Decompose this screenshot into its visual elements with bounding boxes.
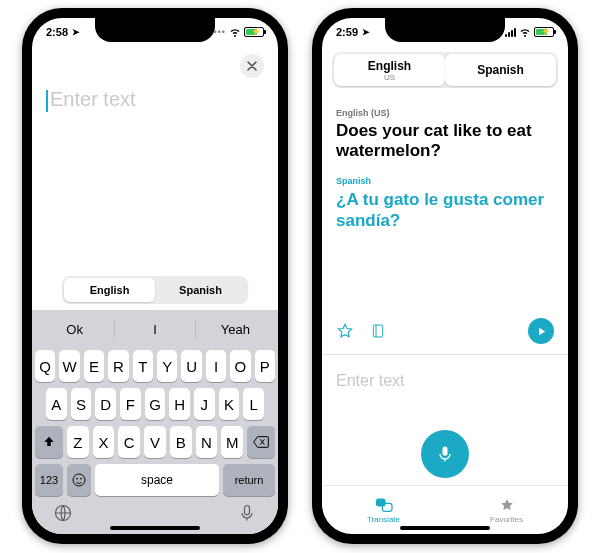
key-emoji[interactable] (67, 464, 91, 496)
tab-favorites-label: Favorites (490, 515, 523, 524)
key-d[interactable]: D (95, 388, 116, 420)
key-q[interactable]: Q (35, 350, 55, 382)
key-i[interactable]: I (206, 350, 226, 382)
play-audio-button[interactable] (528, 318, 554, 344)
emoji-icon (71, 472, 87, 488)
segment-target-label: Spanish (179, 284, 222, 296)
key-u[interactable]: U (181, 350, 201, 382)
key-l[interactable]: L (243, 388, 264, 420)
home-indicator[interactable] (110, 526, 200, 530)
key-space[interactable]: space (95, 464, 219, 496)
suggestion-2[interactable]: Yeah (196, 314, 275, 344)
key-c[interactable]: C (118, 426, 140, 458)
key-t[interactable]: T (133, 350, 153, 382)
status-time-group: 2:59 ➤ (336, 26, 370, 38)
source-text[interactable]: Does your cat like to eat watermelon? (336, 121, 554, 162)
svg-rect-7 (376, 498, 386, 506)
segment-target-label: Spanish (477, 63, 524, 77)
text-caret (46, 90, 48, 112)
target-lang-label: Spanish (336, 176, 554, 186)
svg-point-0 (73, 474, 85, 486)
battery-icon: ⚡ (244, 27, 264, 37)
battery-icon: ⚡ (534, 27, 554, 37)
close-button[interactable] (240, 54, 264, 78)
dictionary-icon[interactable] (370, 322, 386, 340)
input-placeholder[interactable]: Enter text (336, 372, 404, 390)
keyboard-footer (35, 496, 275, 530)
status-indicators: ••• ⚡ (214, 26, 264, 38)
key-y[interactable]: Y (157, 350, 177, 382)
phone-right: 2:59 ➤ ⚡ English US Spanish English (US)… (312, 8, 578, 544)
wifi-icon (229, 26, 241, 38)
segment-source[interactable]: English (64, 278, 155, 302)
key-row-1: Q W E R T Y U I O P (35, 350, 275, 382)
key-shift[interactable] (35, 426, 63, 458)
translate-icon (374, 497, 394, 513)
action-left-group (336, 322, 386, 340)
location-icon: ➤ (362, 27, 370, 37)
segment-source-label: English (368, 59, 411, 73)
key-123[interactable]: 123 (35, 464, 63, 496)
status-bar: 2:59 ➤ ⚡ (322, 18, 568, 46)
key-j[interactable]: J (194, 388, 215, 420)
shift-icon (42, 435, 56, 449)
key-w[interactable]: W (59, 350, 79, 382)
status-time: 2:59 (336, 26, 358, 38)
language-segment[interactable]: English US Spanish (332, 52, 558, 88)
tab-translate-label: Translate (367, 515, 400, 524)
key-r[interactable]: R (108, 350, 128, 382)
key-a[interactable]: A (46, 388, 67, 420)
phone-left: 2:58 ➤ ••• ⚡ Enter text English Spanish … (22, 8, 288, 544)
mic-button[interactable] (421, 430, 469, 478)
key-h[interactable]: H (169, 388, 190, 420)
source-lang-label: English (US) (336, 108, 554, 118)
text-input[interactable]: Enter text (46, 88, 264, 112)
segment-target[interactable]: Spanish (445, 54, 556, 86)
mic-icon[interactable] (237, 503, 257, 523)
keyboard: Ok I Yeah Q W E R T Y U I O P A S (32, 310, 278, 534)
svg-rect-4 (245, 506, 250, 515)
home-indicator[interactable] (400, 526, 490, 530)
segment-source-label: English (90, 284, 130, 296)
wifi-icon (519, 26, 531, 38)
target-text[interactable]: ¿A tu gato le gusta comer sandía? (336, 189, 554, 232)
svg-rect-5 (373, 325, 382, 337)
segment-target[interactable]: Spanish (155, 278, 246, 302)
status-time-group: 2:58 ➤ (46, 26, 80, 38)
screen-right: 2:59 ➤ ⚡ English US Spanish English (US)… (322, 18, 568, 534)
key-s[interactable]: S (71, 388, 92, 420)
key-row-2: A S D F G H J K L (35, 388, 275, 420)
key-v[interactable]: V (144, 426, 166, 458)
action-row (336, 318, 554, 344)
key-delete[interactable] (247, 426, 275, 458)
status-indicators: ⚡ (505, 26, 554, 38)
screen-left: 2:58 ➤ ••• ⚡ Enter text English Spanish … (32, 18, 278, 534)
svg-point-1 (76, 478, 78, 480)
key-x[interactable]: X (93, 426, 115, 458)
key-return[interactable]: return (223, 464, 275, 496)
target-block: Spanish ¿A tu gato le gusta comer sandía… (336, 176, 554, 232)
segment-source[interactable]: English US (334, 54, 445, 86)
source-block: English (US) Does your cat like to eat w… (336, 108, 554, 162)
suggestion-1[interactable]: I (115, 314, 194, 344)
language-segment[interactable]: English Spanish (62, 276, 248, 304)
suggestion-0[interactable]: Ok (35, 314, 114, 344)
key-b[interactable]: B (170, 426, 192, 458)
delete-icon (253, 436, 269, 448)
action-right-group (528, 318, 554, 344)
key-k[interactable]: K (219, 388, 240, 420)
key-m[interactable]: M (221, 426, 243, 458)
key-z[interactable]: Z (67, 426, 89, 458)
key-n[interactable]: N (196, 426, 218, 458)
globe-icon[interactable] (53, 503, 73, 523)
star-icon (498, 497, 516, 513)
favorite-star-icon[interactable] (336, 322, 354, 340)
key-e[interactable]: E (84, 350, 104, 382)
play-icon (536, 326, 547, 337)
mic-icon (435, 444, 455, 464)
key-g[interactable]: G (145, 388, 166, 420)
key-o[interactable]: O (230, 350, 250, 382)
suggestion-bar: Ok I Yeah (35, 314, 275, 344)
key-f[interactable]: F (120, 388, 141, 420)
key-p[interactable]: P (255, 350, 275, 382)
